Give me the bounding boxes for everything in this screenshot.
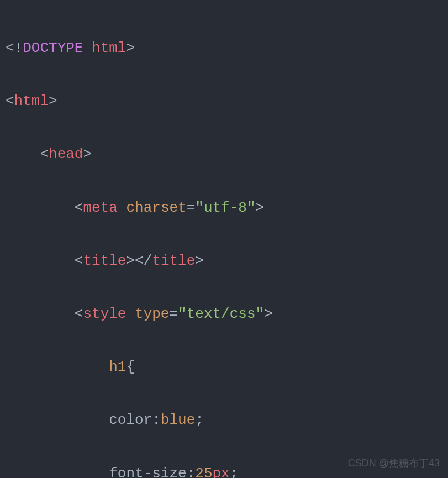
code-line: <head> xyxy=(6,141,442,167)
bracket: > xyxy=(126,40,135,56)
colon: : xyxy=(152,412,161,428)
css-value: 25 xyxy=(195,465,212,478)
tag-name: html xyxy=(14,93,49,109)
bracket: < xyxy=(75,253,83,269)
brace: { xyxy=(126,359,135,375)
doctype-keyword: DOCTYPE xyxy=(23,40,83,56)
css-value: blue xyxy=(161,412,195,428)
bracket: </ xyxy=(135,253,152,269)
tag-name: title xyxy=(83,253,126,269)
doctype-html: html xyxy=(92,40,126,56)
tag-name: style xyxy=(83,306,126,322)
css-selector: h1 xyxy=(109,359,126,375)
bracket: > xyxy=(83,146,92,162)
attr-name: type xyxy=(135,306,169,322)
bracket: <! xyxy=(6,40,23,56)
code-editor[interactable]: <!DOCTYPE html> <html> <head> <meta char… xyxy=(6,8,442,478)
attr-eq: = xyxy=(169,306,178,322)
code-line: <title></title> xyxy=(6,248,442,274)
css-property: font-size xyxy=(109,465,186,478)
bracket: > xyxy=(264,306,273,322)
bracket: < xyxy=(75,306,83,322)
code-line: <!DOCTYPE html> xyxy=(6,35,442,61)
tag-name: meta xyxy=(83,199,117,216)
bracket: > xyxy=(126,253,135,269)
tag-name: head xyxy=(49,146,83,162)
watermark-text: CSDN @焦糖布丁43 xyxy=(348,454,440,472)
attr-value: "text/css" xyxy=(178,306,264,322)
tag-name: title xyxy=(152,253,195,269)
bracket: < xyxy=(40,146,49,162)
bracket: < xyxy=(75,199,83,216)
code-line: <html> xyxy=(6,88,442,114)
attr-value: "utf-8" xyxy=(195,199,255,216)
colon: : xyxy=(187,465,196,478)
css-property: color xyxy=(109,412,152,428)
code-line: <meta charset="utf-8"> xyxy=(6,195,442,221)
semicolon: ; xyxy=(230,465,239,478)
code-line: h1{ xyxy=(6,354,442,380)
semicolon: ; xyxy=(195,412,204,428)
bracket: > xyxy=(256,199,265,216)
bracket: < xyxy=(6,93,14,109)
attr-name: charset xyxy=(126,199,186,216)
code-line: <style type="text/css"> xyxy=(6,301,442,327)
code-line: color:blue; xyxy=(6,407,442,433)
attr-eq: = xyxy=(187,199,196,216)
bracket: > xyxy=(49,93,57,109)
css-unit: px xyxy=(213,465,230,478)
bracket: > xyxy=(195,253,204,269)
